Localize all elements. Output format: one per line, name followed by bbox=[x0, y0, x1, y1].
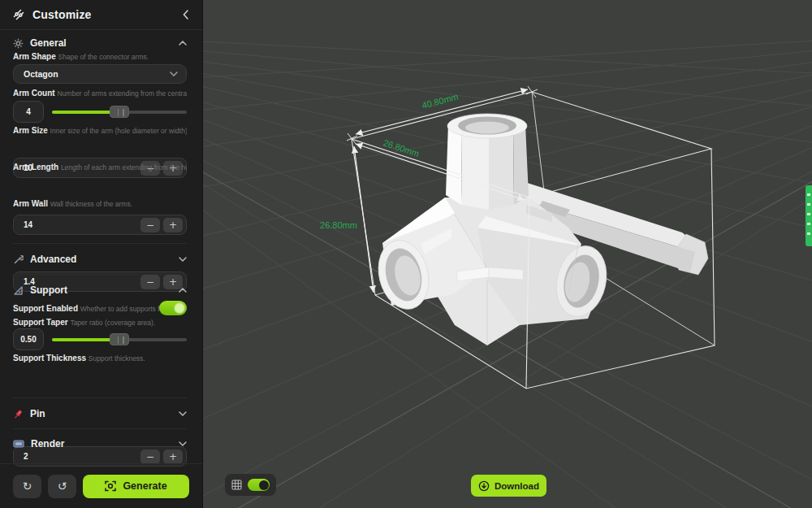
panel-footer: ↻ ↺ Generate bbox=[0, 463, 202, 508]
viewport-3d[interactable]: 40.80mm 26.80mm 26.80mm Download bbox=[203, 0, 812, 508]
arm-length-label: Arm Length Length of each arm extending … bbox=[13, 163, 187, 172]
sync-icon: ↻ bbox=[23, 480, 32, 493]
section-pin[interactable]: Pin bbox=[13, 402, 187, 425]
dimension-label-x: 40.80mm bbox=[421, 92, 459, 111]
support-enabled-label: Support Enabled Whether to add supports … bbox=[13, 304, 159, 313]
support-enabled-toggle[interactable] bbox=[159, 301, 187, 315]
section-support[interactable]: Support bbox=[13, 279, 187, 302]
chevron-down-icon bbox=[179, 411, 187, 416]
undo-button[interactable]: ↺ bbox=[48, 475, 76, 498]
set-square-icon bbox=[13, 285, 24, 296]
section-support-title: Support bbox=[30, 284, 67, 296]
section-render[interactable]: Render bbox=[13, 432, 187, 455]
chevron-down-icon bbox=[179, 257, 187, 262]
arm-count-slider[interactable] bbox=[52, 101, 187, 123]
support-taper-slider-handle[interactable] bbox=[110, 333, 129, 345]
customize-icon bbox=[13, 9, 24, 20]
undo-icon: ↺ bbox=[58, 480, 67, 493]
arm-length-input[interactable]: 14 − + bbox=[13, 215, 187, 235]
customize-panel: Customize General Arm Shape Shape of the… bbox=[0, 0, 203, 508]
arm-shape-value: Octagon bbox=[24, 69, 58, 79]
grid-icon[interactable] bbox=[231, 480, 242, 490]
support-taper-label: Support Taper Taper ratio (coverage area… bbox=[13, 318, 187, 327]
chevron-left-icon bbox=[183, 10, 189, 20]
generate-label: Generate bbox=[123, 480, 166, 492]
collapse-panel-button[interactable] bbox=[183, 10, 189, 20]
arm-length-value: 14 bbox=[24, 220, 32, 229]
divider bbox=[13, 274, 187, 275]
dimension-label-z: 26.80mm bbox=[320, 220, 357, 230]
divider bbox=[13, 243, 187, 244]
arm-wall-label: Arm Wall Wall thickness of the arms. bbox=[13, 199, 187, 208]
arm-count-label: Arm Count Number of arms extending from … bbox=[13, 89, 187, 98]
pushpin-icon bbox=[13, 409, 24, 419]
support-taper-row: 0.50 bbox=[13, 328, 187, 350]
section-advanced-title: Advanced bbox=[30, 254, 76, 265]
generate-button[interactable]: Generate bbox=[83, 475, 189, 498]
panel-title: Customize bbox=[32, 8, 92, 21]
grid-visibility-toggle[interactable] bbox=[248, 479, 270, 491]
app: Customize General Arm Shape Shape of the… bbox=[0, 0, 812, 508]
support-thickness-label: Support Thickness Support thickness. bbox=[13, 354, 187, 363]
arm-shape-select[interactable]: Octagon bbox=[13, 64, 187, 84]
section-general-title: General bbox=[30, 37, 67, 49]
support-taper-value[interactable]: 0.50 bbox=[13, 328, 44, 350]
section-general[interactable]: General bbox=[13, 33, 187, 53]
arm-size-label: Arm Size Inner size of the arm (hole dia… bbox=[13, 126, 187, 135]
sync-button[interactable]: ↻ bbox=[13, 475, 41, 498]
chevron-down-icon bbox=[170, 72, 178, 76]
arm-count-slider-handle[interactable] bbox=[110, 106, 129, 118]
viewport-controls bbox=[225, 474, 276, 496]
download-icon bbox=[478, 480, 490, 492]
chevron-down-icon bbox=[179, 441, 187, 446]
display-icon bbox=[13, 440, 24, 449]
connector-model bbox=[371, 114, 708, 345]
support-enabled-row: Support Enabled Whether to add supports … bbox=[13, 301, 187, 315]
gear-icon bbox=[13, 38, 24, 49]
scene-canvas[interactable]: 40.80mm 26.80mm 26.80mm bbox=[203, 0, 812, 508]
section-advanced[interactable]: Advanced bbox=[13, 248, 187, 271]
section-pin-title: Pin bbox=[30, 408, 45, 419]
divider bbox=[13, 428, 187, 429]
feedback-tab[interactable] bbox=[806, 185, 812, 246]
download-button[interactable]: Download bbox=[471, 475, 546, 497]
arm-length-increment-button[interactable]: + bbox=[163, 218, 183, 232]
arm-count-row: 4 bbox=[13, 101, 187, 123]
arm-shape-label: Arm Shape Shape of the connector arms. bbox=[13, 52, 187, 61]
download-label: Download bbox=[495, 481, 539, 491]
generate-icon bbox=[105, 480, 116, 492]
arm-length-decrement-button[interactable]: − bbox=[140, 218, 160, 232]
support-taper-slider[interactable] bbox=[52, 328, 187, 350]
chevron-up-icon bbox=[179, 288, 187, 293]
chevron-up-icon bbox=[179, 41, 187, 46]
section-render-title: Render bbox=[31, 438, 64, 449]
divider bbox=[13, 397, 187, 398]
panel-header: Customize bbox=[0, 0, 202, 30]
arm-count-value[interactable]: 4 bbox=[13, 101, 44, 123]
wrench-icon bbox=[13, 254, 24, 265]
